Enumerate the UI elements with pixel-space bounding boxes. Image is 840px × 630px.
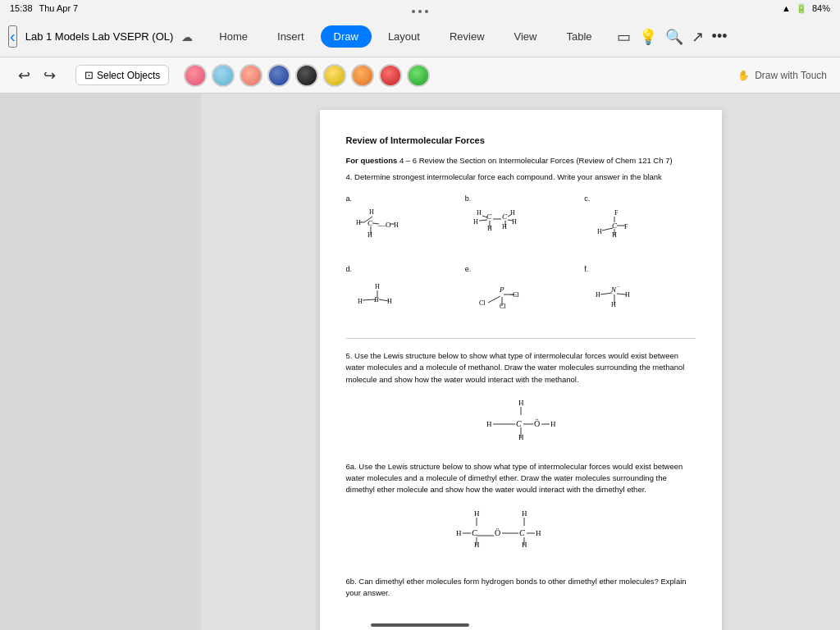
- molecule-d-svg: H B H H: [346, 276, 412, 325]
- molecule-b-svg: H C H H C H H H: [465, 206, 547, 251]
- tab-table[interactable]: Table: [554, 25, 605, 48]
- svg-text:C: C: [612, 221, 618, 230]
- svg-text:H: H: [375, 283, 380, 290]
- back-button[interactable]: ‹: [8, 25, 17, 48]
- select-objects-button[interactable]: ⊡ Select Objects: [75, 65, 169, 85]
- undo-button[interactable]: ↩: [13, 65, 35, 86]
- molecule-f-svg: N ·· H H H: [584, 276, 650, 325]
- svg-text:C: C: [519, 528, 525, 537]
- tablet-icon[interactable]: ▭: [617, 28, 631, 46]
- question-5-text: 5. Use the Lewis structure below to show…: [346, 350, 696, 386]
- pen-navy[interactable]: [267, 64, 290, 87]
- svg-text:H: H: [474, 509, 480, 518]
- svg-text:C: C: [368, 219, 373, 227]
- svg-text:H: H: [510, 209, 515, 217]
- svg-text:H: H: [356, 219, 361, 226]
- status-bar: 15:38 Thu Apr 7 ▲ 🔋 84%: [0, 0, 840, 16]
- molecule-d: d. H B H H: [346, 264, 457, 326]
- svg-text:H: H: [474, 541, 480, 549]
- svg-text:H: H: [456, 529, 462, 537]
- nav-bar: ‹ Lab 1 Models Lab VSEPR (OL) ☁ Home Ins…: [0, 16, 840, 57]
- dimethyl-ether-svg: H H C H Ö C H H: [453, 504, 588, 566]
- svg-text:Cl: Cl: [479, 299, 486, 307]
- svg-text:F: F: [624, 223, 628, 231]
- question-intro: For questions 4 – 6 Review the Section o…: [346, 155, 696, 166]
- pen-pink[interactable]: [184, 64, 207, 87]
- pen-green[interactable]: [407, 64, 430, 87]
- pen-yellow[interactable]: [323, 64, 346, 87]
- question-6b-text: 6b. Can dimethyl ether molecules form hy…: [346, 576, 696, 600]
- svg-text:··: ··: [617, 284, 620, 290]
- pen-red[interactable]: [379, 64, 402, 87]
- main-area: Review of Intermolecular Forces For ques…: [0, 94, 840, 630]
- tab-review[interactable]: Review: [436, 25, 498, 48]
- tab-layout[interactable]: Layout: [375, 25, 433, 48]
- svg-text:H: H: [477, 209, 482, 217]
- svg-text:H: H: [368, 231, 372, 239]
- svg-text:H: H: [369, 208, 374, 216]
- pen-black[interactable]: [295, 64, 318, 87]
- content-area: Review of Intermolecular Forces For ques…: [201, 94, 840, 630]
- molecule-a-svg: H H C —O H H: [346, 206, 420, 251]
- select-label: Select Objects: [97, 70, 160, 81]
- svg-text:H: H: [536, 529, 541, 537]
- svg-text:H: H: [512, 218, 517, 226]
- undo-redo-group: ↩ ↪: [13, 65, 61, 86]
- molecule-e-svg: P ···· Cl Cl Cl: [465, 276, 539, 325]
- svg-text:H: H: [550, 420, 556, 428]
- svg-text:H: H: [522, 509, 527, 518]
- touch-icon: ✋: [737, 70, 750, 81]
- svg-text:C: C: [516, 419, 522, 428]
- svg-text:H: H: [486, 420, 492, 428]
- svg-text:P: P: [499, 285, 504, 294]
- battery-icon: 🔋: [796, 3, 807, 14]
- tab-home[interactable]: Home: [206, 25, 261, 48]
- pen-lightblue[interactable]: [212, 64, 235, 87]
- more-icon[interactable]: •••: [712, 28, 728, 45]
- svg-text:H: H: [518, 433, 524, 441]
- pen-orange[interactable]: [351, 64, 374, 87]
- svg-text:Cl: Cl: [513, 291, 519, 299]
- svg-text:H: H: [522, 541, 527, 549]
- molecule-c: c. F C F H H: [584, 194, 695, 251]
- svg-line-47: [488, 296, 500, 303]
- doc-title: Review of Intermolecular Forces: [346, 135, 696, 147]
- redo-button[interactable]: ↪: [39, 65, 61, 86]
- svg-text:C: C: [472, 528, 477, 537]
- svg-text:H: H: [625, 291, 630, 299]
- nav-icons: ▭ 💡 🔍 ↗ •••: [617, 28, 728, 46]
- svg-text:C: C: [502, 212, 508, 221]
- tab-view[interactable]: View: [501, 25, 550, 48]
- svg-text:H: H: [611, 301, 616, 308]
- molecule-b: b. H C H H C H H: [465, 194, 576, 251]
- cloud-icon: ☁: [181, 30, 193, 43]
- sidebar-left: [0, 94, 201, 630]
- svg-text:Ö: Ö: [495, 528, 500, 537]
- draw-with-touch-button[interactable]: ✋ Draw with Touch: [737, 70, 827, 81]
- svg-text:F: F: [614, 209, 619, 217]
- svg-text:H: H: [473, 218, 478, 226]
- svg-text:C: C: [486, 212, 492, 221]
- molecule-f: f. N ·· H H H: [584, 264, 695, 326]
- document-page: Review of Intermolecular Forces For ques…: [320, 110, 722, 630]
- svg-text:—O: —O: [377, 221, 391, 229]
- molecule-row-1: a. H H C —O H H: [346, 194, 696, 251]
- bulb-icon[interactable]: 💡: [639, 28, 657, 46]
- tab-draw[interactable]: Draw: [321, 25, 372, 48]
- molecule-e: e. P ···· Cl Cl Cl: [465, 264, 576, 326]
- nav-title: Lab 1 Models Lab VSEPR (OL): [25, 30, 174, 43]
- svg-text:Cl: Cl: [500, 303, 506, 310]
- nav-tabs: Home Insert Draw Layout Review View Tabl…: [206, 25, 605, 48]
- molecule-a: a. H H C —O H H: [346, 194, 457, 251]
- pen-salmon[interactable]: [240, 64, 262, 87]
- question-6a-text: 6a. Use the Lewis structure below to sho…: [346, 461, 696, 496]
- svg-line-55: [600, 293, 612, 294]
- date: Thu Apr 7: [39, 3, 79, 13]
- search-icon-btn[interactable]: 🔍: [665, 28, 683, 46]
- draw-touch-label: Draw with Touch: [755, 70, 827, 81]
- tab-insert[interactable]: Insert: [264, 25, 317, 48]
- svg-text:H: H: [597, 228, 602, 235]
- select-icon: ⊡: [84, 69, 94, 81]
- home-indicator: [371, 623, 469, 627]
- share-icon[interactable]: ↗: [692, 28, 704, 46]
